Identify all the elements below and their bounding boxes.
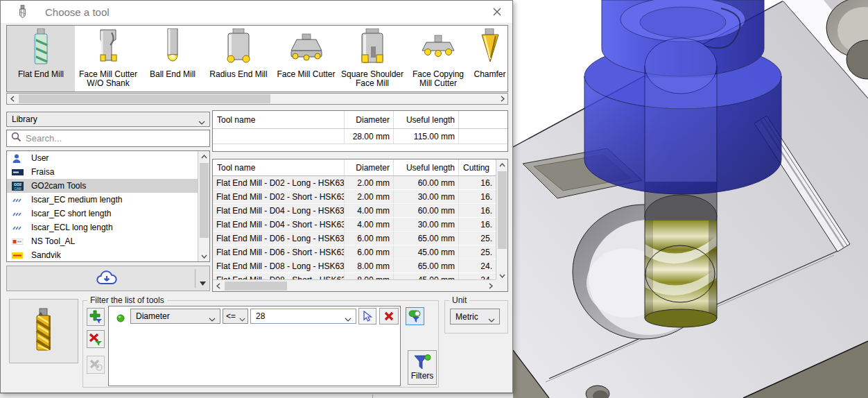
cell-tool-name: Flat End Mill - D06 - Short - HSK63 [213, 245, 345, 259]
scroll-right-icon[interactable] [497, 94, 507, 104]
cell-tool-name: Flat End Mill - D08 - Long - HSK63 [213, 259, 345, 272]
fraisa-logo [12, 168, 25, 177]
tool-type-square-shoulder-face-mill[interactable]: Square Shoulder Face Mill [339, 26, 406, 92]
library-list-scrollbar[interactable] [198, 151, 209, 261]
scroll-up-icon[interactable] [199, 151, 209, 162]
library-item-iscar-ec-medium[interactable]: Iscar_EC medium length [7, 193, 198, 207]
tool-type-radius-end-mill[interactable]: Radius End Mill [204, 26, 273, 92]
chevron-down-icon [209, 314, 216, 324]
scroll-thumb[interactable] [19, 94, 270, 103]
cursor-pick-icon [362, 311, 373, 322]
selected-tool-row[interactable]: 28.00 mm 115.00 mm [213, 129, 507, 144]
table-row[interactable]: Flat End Mill - D06 - Long - HSK63 6.00 … [213, 232, 496, 245]
filter-operator-value: <= [226, 311, 236, 321]
selected-tool-header-row: Tool name Diameter Useful length [213, 111, 507, 129]
table-row[interactable]: Flat End Mill - D04 - Long - HSK63 4.00 … [213, 204, 496, 218]
filter-field-value: Diameter [136, 311, 170, 321]
cell-useful-length: 60.00 mm [394, 204, 459, 217]
dropdown-caret-icon[interactable] [200, 276, 206, 288]
delete-filter-row-button[interactable] [379, 308, 399, 325]
library-dropdown-label: Library [12, 114, 37, 124]
clear-filters-button-disabled[interactable] [87, 356, 105, 374]
tool-type-flat-end-mill[interactable]: Flat End Mill [7, 26, 75, 92]
scroll-down-icon[interactable] [199, 251, 209, 261]
table-row[interactable]: Flat End Mill - D08 - Long - HSK63 8.00 … [213, 259, 496, 273]
scroll-right-icon[interactable] [485, 281, 496, 291]
cloud-download-icon [96, 270, 118, 290]
scroll-up-icon[interactable] [497, 159, 507, 170]
filter-toggle-button[interactable] [406, 307, 424, 325]
library-item-fraisa[interactable]: Fraisa [7, 165, 198, 179]
tool-type-label: Flat End Mill [7, 70, 75, 79]
close-icon[interactable] [487, 3, 507, 20]
filter-toggle-icon [408, 309, 422, 323]
library-item-iscar-ec-short[interactable]: Iscar_EC short length [7, 207, 198, 220]
scroll-thumb[interactable] [498, 171, 507, 249]
tool-type-face-copying-mill-cutter[interactable]: Face Copying Mill Cutter [406, 26, 471, 92]
cell-tool-name: Flat End Mill - D02 - Short - HSK63 [213, 190, 345, 203]
user-icon [12, 154, 25, 163]
library-item-label: User [31, 153, 49, 163]
choose-tool-dialog: Choose a tool Flat End Mill Face Mill Cu… [0, 0, 513, 393]
tool-type-face-mill-cutter[interactable]: Face Mill Cutter [273, 26, 339, 92]
table-row[interactable]: Flat End Mill - D04 - Short - HSK63 4.00… [213, 218, 496, 232]
tool-type-scrollbar[interactable] [6, 93, 508, 105]
column-header-useful-length[interactable]: Useful length [394, 159, 459, 175]
filters-button[interactable]: Filters [408, 350, 437, 385]
cell-useful-length: 65.00 mm [394, 232, 459, 245]
machining-scene [513, 0, 868, 398]
scroll-thumb[interactable] [225, 282, 287, 291]
selected-tool-useful-length: 115.00 mm [394, 129, 459, 144]
cell-cutting: 16. [459, 176, 496, 189]
table-row[interactable]: Flat End Mill - D06 - Short - HSK63 6.00… [213, 245, 496, 259]
tool-list-hscrollbar[interactable] [213, 279, 496, 291]
remove-filter-button[interactable] [87, 330, 105, 348]
scroll-left-icon[interactable] [213, 281, 223, 291]
tool-type-face-mill-wo-shank[interactable]: Face Mill Cutter W/O Shank [75, 26, 141, 92]
selected-tool-name [213, 129, 345, 144]
table-row[interactable]: Flat End Mill - D02 - Long - HSK63 2.00 … [213, 176, 496, 190]
tool-type-label: Face Copying Mill Cutter [406, 70, 471, 88]
iscar-logo [12, 209, 25, 218]
unit-dropdown[interactable]: Metric [450, 309, 500, 325]
tool-type-chamfer[interactable]: Chamfer [471, 26, 508, 92]
download-library-button[interactable] [6, 266, 210, 291]
cell-useful-length: 30.00 mm [394, 218, 459, 231]
column-header-tool-name[interactable]: Tool name [213, 159, 345, 175]
iscar-logo [12, 223, 25, 232]
pick-value-button[interactable] [358, 308, 376, 325]
scroll-thumb[interactable] [200, 163, 209, 238]
3d-viewport[interactable] [513, 0, 868, 398]
scroll-left-icon[interactable] [7, 94, 17, 104]
square-shoulder-face-mill-icon [339, 27, 406, 70]
cell-useful-length: 60.00 mm [394, 176, 459, 189]
library-item-label: NS Tool_AL [31, 236, 75, 246]
library-item-label: Fraisa [31, 167, 54, 177]
library-item-user[interactable]: User [7, 151, 198, 165]
add-filter-button[interactable] [87, 308, 105, 326]
column-header-diameter[interactable]: Diameter [345, 159, 394, 175]
tool-list-vscrollbar[interactable] [496, 159, 507, 281]
red-x-icon [384, 311, 394, 321]
unit-value: Metric [455, 312, 478, 322]
tool-type-ball-end-mill[interactable]: Ball End Mill [141, 26, 204, 92]
filter-enabled-dot[interactable] [116, 313, 125, 325]
filter-field-dropdown[interactable]: Diameter [130, 309, 220, 324]
table-row[interactable]: Flat End Mill - D02 - Short - HSK63 2.00… [213, 190, 496, 204]
column-header-useful-length[interactable]: Useful length [394, 111, 459, 128]
tool-type-label: Ball End Mill [141, 70, 204, 79]
funnel-icon [413, 354, 431, 371]
search-input[interactable] [26, 133, 205, 144]
library-item-sandvik[interactable]: Sandvik [7, 248, 198, 262]
filter-value-combo[interactable]: 28 [250, 309, 356, 324]
column-header-diameter[interactable]: Diameter [345, 111, 394, 128]
column-header-tool-name[interactable]: Tool name [213, 111, 345, 128]
filter-operator-dropdown[interactable]: <= [223, 309, 248, 324]
library-item-iscar-ecl-long[interactable]: Iscar_ECL long length [7, 220, 198, 234]
library-dropdown[interactable]: Library [6, 112, 210, 127]
chevron-down-icon [239, 314, 245, 324]
library-item-go2cam-tools[interactable]: GO2CAM GO2cam Tools [7, 179, 198, 193]
filter-value-text: 28 [256, 311, 265, 321]
library-item-ns-tool-al[interactable]: NS Tool_AL [7, 234, 198, 248]
column-header-cutting[interactable]: Cutting [459, 159, 496, 175]
